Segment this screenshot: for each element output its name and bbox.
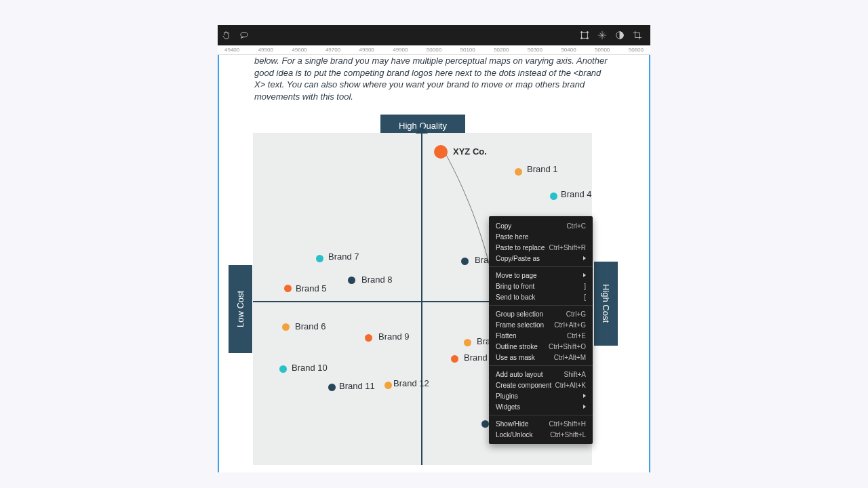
comment-tool-icon[interactable] xyxy=(239,30,249,40)
frame-tool-icon[interactable] xyxy=(580,30,589,40)
axis-vertical xyxy=(421,133,422,465)
context-menu-item[interactable]: Show/HideCtrl+Shift+H xyxy=(489,418,593,429)
context-menu-item[interactable]: Widgets xyxy=(489,401,593,412)
context-menu-label: Paste here xyxy=(496,233,528,241)
context-menu-shortcut: Shift+A xyxy=(564,371,586,378)
context-menu-item[interactable]: Use as maskCtrl+Alt+M xyxy=(489,352,593,363)
context-menu-separator xyxy=(489,365,593,366)
brand-dot[interactable] xyxy=(348,277,355,284)
ruler-tick: 50100 xyxy=(460,47,475,53)
ruler-tick: 50600 xyxy=(629,47,644,53)
brand-dot[interactable] xyxy=(481,420,489,428)
intro-text: Identify key attributes that are relevan… xyxy=(254,55,614,102)
hand-tool-icon[interactable] xyxy=(222,30,231,40)
context-menu-item[interactable]: Send to back[ xyxy=(489,291,593,302)
xyz-dot[interactable] xyxy=(434,145,448,159)
brand-label: Brand 4 xyxy=(561,189,592,199)
axis-label-right: High Cost xyxy=(594,262,618,346)
brand-dot[interactable] xyxy=(284,285,292,292)
canvas-viewport[interactable]: Identify key attributes that are relevan… xyxy=(218,55,650,472)
axis-arrow-top xyxy=(416,126,428,134)
context-menu-item[interactable]: Lock/UnlockCtrl+Shift+L xyxy=(489,429,593,440)
context-menu-separator xyxy=(489,415,593,415)
context-menu-item[interactable]: Bring to front] xyxy=(489,281,593,291)
context-menu-label: Flatten xyxy=(496,332,517,340)
crop-tool-icon[interactable] xyxy=(633,30,642,40)
context-menu-shortcut: Ctrl+Shift+L xyxy=(550,431,586,439)
context-menu-label: Move to page xyxy=(496,272,537,279)
context-menu-shortcut: Ctrl+C xyxy=(566,222,586,230)
brand-dot[interactable] xyxy=(316,255,323,262)
align-tool-icon[interactable] xyxy=(597,30,607,40)
ruler-horizontal: 4940049500496004970049800499005000050100… xyxy=(218,45,650,55)
context-menu-item[interactable]: Paste here xyxy=(489,231,593,242)
chevron-right-icon xyxy=(583,273,586,277)
context-menu-label: Show/Hide xyxy=(496,420,528,428)
context-menu-label: Plugins xyxy=(496,392,518,400)
brand-dot[interactable] xyxy=(282,323,290,331)
context-menu-shortcut: Ctrl+Shift+R xyxy=(549,244,586,251)
brand-dot[interactable] xyxy=(279,365,287,373)
context-menu-item[interactable]: Outline strokeCtrl+Shift+O xyxy=(489,341,593,352)
ruler-tick: 49700 xyxy=(326,47,340,53)
chevron-right-icon xyxy=(583,405,586,409)
context-menu-shortcut: ] xyxy=(584,283,586,290)
brand-label: Brand 1 xyxy=(527,164,558,174)
context-menu-item[interactable]: Paste to replaceCtrl+Shift+R xyxy=(489,242,593,253)
brand-dot[interactable] xyxy=(550,192,557,200)
context-menu-item[interactable]: CopyCtrl+C xyxy=(489,220,593,231)
context-menu-label: Lock/Unlock xyxy=(496,431,532,439)
ruler-tick: 49500 xyxy=(258,47,273,53)
context-menu-label: Frame selection xyxy=(496,321,544,329)
brand-dot[interactable] xyxy=(464,339,471,346)
brand-label: Brand 11 xyxy=(339,381,375,391)
context-menu-item[interactable]: Move to page xyxy=(489,270,593,281)
brand-dot[interactable] xyxy=(365,334,372,342)
chevron-right-icon xyxy=(583,256,586,260)
brand-label: Brand 9 xyxy=(378,331,410,342)
brand-dot[interactable] xyxy=(384,382,392,389)
ruler-tick: 50000 xyxy=(427,47,441,53)
context-menu[interactable]: CopyCtrl+CPaste herePaste to replaceCtrl… xyxy=(489,216,593,444)
svg-point-3 xyxy=(581,37,583,39)
brand-dot[interactable] xyxy=(461,258,469,265)
context-menu-shortcut: Ctrl+G xyxy=(566,310,586,318)
brand-label: Brand 8 xyxy=(361,274,393,285)
context-menu-label: Send to back xyxy=(496,293,535,301)
context-menu-item[interactable]: Frame selectionCtrl+Alt+G xyxy=(489,319,593,330)
context-menu-item[interactable]: Create componentCtrl+Alt+K xyxy=(489,380,593,390)
context-menu-label: Group selection xyxy=(496,310,543,318)
context-menu-shortcut: Ctrl+Shift+O xyxy=(549,343,586,350)
context-menu-shortcut: Ctrl+E xyxy=(567,332,586,340)
context-menu-shortcut: Ctrl+Shift+H xyxy=(549,420,586,428)
context-menu-separator xyxy=(489,305,593,306)
context-menu-label: Widgets xyxy=(496,403,520,411)
ruler-tick: 49400 xyxy=(224,47,239,53)
ruler-tick: 49600 xyxy=(292,47,307,53)
canvas-content[interactable]: Identify key attributes that are relevan… xyxy=(219,55,649,472)
brand-label: Brand 12 xyxy=(393,378,429,388)
brand-label: Brand 5 xyxy=(296,283,327,293)
context-menu-label: Create component xyxy=(496,382,551,389)
context-menu-item[interactable]: Plugins xyxy=(489,390,593,401)
ruler-tick: 49900 xyxy=(393,47,408,53)
context-menu-label: Copy xyxy=(496,222,511,230)
axis-label-left: Low Cost xyxy=(229,265,252,353)
context-menu-shortcut: Ctrl+Alt+M xyxy=(554,354,586,361)
brand-dot[interactable] xyxy=(515,168,522,176)
context-menu-item[interactable]: Group selectionCtrl+G xyxy=(489,308,593,319)
ruler-tick: 50500 xyxy=(595,47,610,53)
context-menu-item[interactable]: Add auto layoutShift+A xyxy=(489,369,593,380)
ruler-tick: 50200 xyxy=(494,47,509,53)
context-menu-item[interactable]: Copy/Paste as xyxy=(489,253,593,264)
brand-label: Brand 6 xyxy=(295,321,326,331)
context-menu-label: Copy/Paste as xyxy=(496,255,540,262)
brand-dot[interactable] xyxy=(328,384,336,391)
brand-dot[interactable] xyxy=(451,355,458,363)
svg-rect-0 xyxy=(582,33,588,39)
context-menu-item[interactable]: FlattenCtrl+E xyxy=(489,330,593,341)
contrast-tool-icon[interactable] xyxy=(615,30,625,40)
context-menu-shortcut: [ xyxy=(584,293,586,301)
brand-label: Brand 10 xyxy=(292,363,328,373)
svg-point-2 xyxy=(587,32,588,33)
